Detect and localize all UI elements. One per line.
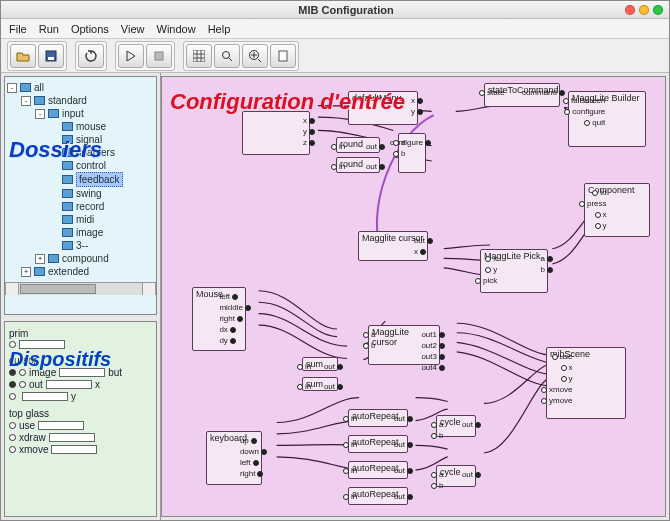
out-port[interactable]: b <box>541 265 553 274</box>
out-port[interactable]: out <box>394 492 413 501</box>
device-port-row[interactable]: imagebut <box>9 367 152 378</box>
out-port[interactable]: y <box>411 107 423 116</box>
open-button[interactable] <box>10 44 36 68</box>
node-maggPick[interactable]: MaggLite Pickabxypick <box>480 249 548 293</box>
out-port[interactable]: down <box>240 447 267 456</box>
stop-button[interactable] <box>146 44 172 68</box>
in-port[interactable]: fullscreen <box>563 96 605 105</box>
tree-item[interactable]: -standard <box>7 94 154 107</box>
in-port[interactable]: in <box>343 440 357 449</box>
tree-item[interactable]: adapters <box>7 146 154 159</box>
out-port[interactable]: out <box>462 470 481 479</box>
node-stateToCommand[interactable]: stateToCommandcommandstate <box>484 83 560 107</box>
in-port[interactable]: y <box>561 374 573 383</box>
tree-item[interactable]: control <box>7 159 154 172</box>
in-port[interactable]: state <box>479 88 504 97</box>
graph-canvas[interactable]: Configuration d'entrée <box>161 76 666 517</box>
tree-item[interactable]: +compound <box>7 252 154 265</box>
out-port[interactable]: x <box>411 96 423 105</box>
device-port-row[interactable]: y <box>9 391 152 402</box>
zoom-icon[interactable] <box>653 5 663 15</box>
in-port[interactable]: y <box>595 221 607 230</box>
node-autoRep1[interactable]: autoRepeatoutin <box>348 409 408 427</box>
in-port[interactable]: y <box>485 265 497 274</box>
tree-item[interactable]: 3-- <box>7 239 154 252</box>
tree-item[interactable]: midi <box>7 213 154 226</box>
out-port[interactable]: out <box>366 162 385 171</box>
out-port[interactable]: z <box>303 138 315 147</box>
in-port[interactable]: a <box>363 330 375 339</box>
out-port[interactable]: a <box>541 254 553 263</box>
out-port[interactable]: x <box>303 116 315 125</box>
node-mouse[interactable]: Mouseleftmiddlerightdxdy <box>192 287 246 351</box>
tree-hscroll[interactable] <box>5 282 156 295</box>
reload-button[interactable] <box>78 44 104 68</box>
node-component[interactable]: Componentidpressxy <box>584 183 650 237</box>
device-port-row[interactable]: use <box>9 420 152 431</box>
out-port[interactable]: out1 <box>421 330 445 339</box>
out-port[interactable]: out <box>394 466 413 475</box>
node-round1[interactable]: roundoutin <box>336 137 380 153</box>
out-port[interactable]: out <box>462 420 481 429</box>
out-port[interactable]: right <box>219 314 243 323</box>
tree-item[interactable]: +extended <box>7 265 154 278</box>
in-port[interactable]: in <box>343 466 357 475</box>
tree-item[interactable]: swing <box>7 187 154 200</box>
in-port[interactable]: xmove <box>541 385 573 394</box>
device-port-row[interactable]: xmove <box>9 444 152 455</box>
menu-options[interactable]: Options <box>71 23 109 35</box>
in-port[interactable]: a <box>393 138 405 147</box>
node-defaultMenu[interactable]: defaultMenuxy <box>348 91 418 125</box>
node-maggCursor1[interactable]: Magglite cursorbutx <box>358 231 428 261</box>
menu-view[interactable]: View <box>121 23 145 35</box>
out-port[interactable]: out <box>394 414 413 423</box>
save-button[interactable] <box>38 44 64 68</box>
in-port[interactable]: ymove <box>541 396 573 405</box>
tree-item[interactable]: mouse <box>7 120 154 133</box>
grid-button[interactable] <box>186 44 212 68</box>
out-port[interactable]: up <box>240 436 257 445</box>
in-port[interactable]: in <box>297 382 311 391</box>
menu-help[interactable]: Help <box>208 23 231 35</box>
in-port[interactable]: in <box>331 142 345 151</box>
device-port-row[interactable]: outx <box>9 379 152 390</box>
in-port[interactable]: use <box>552 352 573 361</box>
device-block[interactable]: prim <box>9 328 152 349</box>
device-port-row[interactable] <box>9 340 152 349</box>
out-port[interactable]: out <box>394 440 413 449</box>
menu-file[interactable]: File <box>9 23 27 35</box>
close-icon[interactable] <box>625 5 635 15</box>
in-port[interactable]: b <box>431 481 443 490</box>
zoom-fit-button[interactable] <box>214 44 240 68</box>
in-port[interactable]: quit <box>584 118 605 127</box>
node-maggBuilder[interactable]: MaggLite Builderfullscreenconfigurequit <box>568 91 646 147</box>
node-maggCursor2[interactable]: MaggLite cursorout1out2out3out4ab <box>368 325 440 365</box>
tree-item[interactable]: feedback <box>7 172 154 187</box>
in-port[interactable]: pick <box>475 276 497 285</box>
node-autoRep3[interactable]: autoRepeatoutin <box>348 461 408 479</box>
out-port[interactable]: out <box>324 362 343 371</box>
out-port[interactable]: but <box>414 236 433 245</box>
in-port[interactable]: configure <box>564 107 605 116</box>
menu-window[interactable]: Window <box>157 23 196 35</box>
in-port[interactable]: a <box>431 470 443 479</box>
in-port[interactable]: x <box>561 363 573 372</box>
tree-item[interactable]: -input <box>7 107 154 120</box>
minimize-icon[interactable] <box>639 5 649 15</box>
in-port[interactable]: in <box>343 414 357 423</box>
run-button[interactable] <box>118 44 144 68</box>
node-sum1[interactable]: sumoutin <box>302 357 338 371</box>
out-port[interactable]: middle <box>219 303 251 312</box>
in-port[interactable]: id <box>592 188 606 197</box>
device-block[interactable]: cursorimagebutoutxy <box>9 355 152 402</box>
node-autoRep4[interactable]: autoRepeatoutin <box>348 487 408 505</box>
out-port[interactable]: x <box>414 247 426 256</box>
device-port-row[interactable]: xdraw <box>9 432 152 443</box>
out-port[interactable]: dy <box>219 336 235 345</box>
tree-item[interactable]: image <box>7 226 154 239</box>
in-port[interactable]: in <box>343 492 357 501</box>
node-anon2[interactable]: configureab <box>398 133 426 173</box>
out-port[interactable]: y <box>303 127 315 136</box>
out-port[interactable]: out <box>366 142 385 151</box>
node-cycle1[interactable]: cycleoutab <box>436 415 476 437</box>
